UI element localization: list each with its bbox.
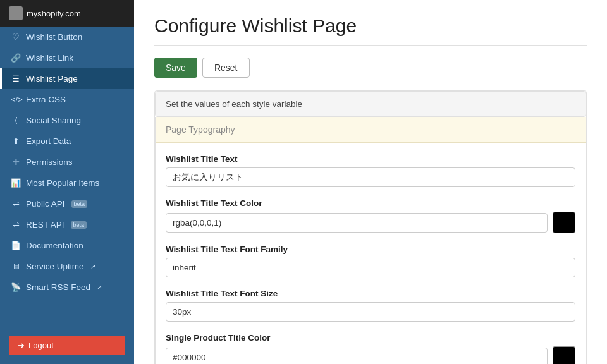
- field-label: Wishlist Title Text Font Size: [166, 289, 575, 298]
- single-product-color-input[interactable]: [166, 348, 548, 365]
- field-wishlist-title-color: Wishlist Title Text Color: [166, 198, 575, 233]
- logout-label: Logout: [28, 341, 54, 350]
- wishlist-title-text-input[interactable]: [166, 167, 575, 187]
- field-row: [166, 346, 575, 364]
- reset-button[interactable]: Reset: [202, 58, 250, 78]
- sidebar-item-rest-api[interactable]: ⇌ REST API beta: [0, 214, 134, 235]
- sidebar-label: Social Sharing: [26, 116, 81, 125]
- sidebar-item-service-uptime[interactable]: 🖥 Service Uptime ↗: [0, 256, 134, 277]
- sidebar-item-wishlist-page[interactable]: ☰ Wishlist Page: [0, 68, 134, 89]
- page-title: Configure Wishlist Page: [154, 15, 587, 46]
- field-label: Wishlist Title Text: [166, 154, 575, 164]
- sidebar-label: Wishlist Button: [26, 32, 82, 42]
- permissions-icon: ✛: [11, 157, 21, 167]
- field-label: Wishlist Title Text Color: [166, 198, 575, 208]
- config-card: Set the values of each style variable Pa…: [154, 90, 587, 364]
- wishlist-title-color-input[interactable]: [166, 213, 548, 233]
- wishlist-font-size-input[interactable]: [166, 302, 575, 322]
- sidebar-header: myshopify.com: [0, 0, 134, 27]
- store-avatar: [9, 6, 23, 20]
- section-body: Wishlist Title Text Wishlist Title Text …: [156, 143, 586, 364]
- sidebar-label: REST API: [26, 220, 64, 229]
- sidebar-item-most-popular[interactable]: 📊 Most Popular Items: [0, 173, 134, 193]
- color-swatch-product[interactable]: [553, 346, 575, 364]
- sidebar-label: Extra CSS: [26, 95, 66, 104]
- sidebar-item-documentation[interactable]: 📄 Documentation: [0, 235, 134, 256]
- sidebar-label: Most Popular Items: [26, 178, 99, 188]
- field-wishlist-font-family: Wishlist Title Text Font Family: [166, 245, 575, 277]
- sidebar-item-permissions[interactable]: ✛ Permissions: [0, 152, 134, 173]
- field-label: Single Product Title Color: [166, 333, 575, 343]
- heart-icon: ♡: [11, 32, 21, 42]
- field-label: Wishlist Title Text Font Family: [166, 245, 575, 254]
- rss-icon: 📡: [11, 282, 21, 292]
- api-icon: ⇌: [11, 199, 21, 209]
- sidebar-label: Wishlist Link: [26, 53, 73, 63]
- sidebar-label: Wishlist Page: [26, 74, 78, 83]
- color-swatch-title[interactable]: [553, 212, 575, 233]
- sidebar-item-social-sharing[interactable]: ⟨ Social Sharing: [0, 110, 134, 131]
- sidebar-item-export-data[interactable]: ⬆ Export Data: [0, 131, 134, 152]
- main-content: Configure Wishlist Page Save Reset Set t…: [134, 0, 607, 364]
- sidebar-label: Export Data: [26, 136, 71, 146]
- section-title: Page Typography: [166, 124, 235, 135]
- code-icon: </>: [11, 95, 21, 104]
- toolbar: Save Reset: [154, 58, 587, 78]
- sidebar-label: Public API: [26, 199, 65, 209]
- sidebar-item-wishlist-button[interactable]: ♡ Wishlist Button: [0, 27, 134, 47]
- sidebar-label: Permissions: [26, 157, 73, 167]
- wishlist-font-family-input[interactable]: [166, 258, 575, 277]
- field-wishlist-title-text: Wishlist Title Text: [166, 154, 575, 187]
- logout-button[interactable]: ➜ Logout: [9, 336, 125, 355]
- description-text: Set the values of each style variable: [166, 99, 302, 109]
- field-row: [166, 212, 575, 233]
- sidebar-item-wishlist-link[interactable]: 🔗 Wishlist Link: [0, 47, 134, 68]
- sidebar-item-smart-rss[interactable]: 📡 Smart RSS Feed ↗: [0, 277, 134, 298]
- external-link-icon-rss: ↗: [97, 284, 102, 291]
- chart-icon: 📊: [11, 178, 21, 188]
- typography-section: Page Typography Wishlist Title Text Wish…: [155, 117, 586, 364]
- field-row: [166, 302, 575, 322]
- sidebar-label: Service Uptime: [26, 262, 84, 271]
- field-wishlist-font-size: Wishlist Title Text Font Size: [166, 289, 575, 322]
- sidebar-label: Documentation: [26, 241, 83, 250]
- rest-icon: ⇌: [11, 220, 21, 229]
- sidebar-item-public-api[interactable]: ⇌ Public API beta: [0, 193, 134, 214]
- link-icon: 🔗: [11, 53, 21, 63]
- section-header: Page Typography: [156, 117, 586, 143]
- field-single-product-color: Single Product Title Color: [166, 333, 575, 364]
- export-icon: ⬆: [11, 136, 21, 146]
- doc-icon: 📄: [11, 241, 21, 250]
- beta-badge: beta: [71, 200, 88, 208]
- list-icon: ☰: [11, 74, 21, 83]
- external-link-icon: ↗: [90, 263, 95, 270]
- monitor-icon: 🖥: [11, 262, 21, 271]
- field-row: [166, 258, 575, 277]
- field-row: [166, 167, 575, 187]
- sidebar: myshopify.com ♡ Wishlist Button 🔗 Wishli…: [0, 0, 134, 364]
- share-icon: ⟨: [11, 116, 21, 125]
- beta-badge-rest: beta: [71, 221, 87, 229]
- logout-icon: ➜: [18, 341, 25, 350]
- sidebar-item-extra-css[interactable]: </> Extra CSS: [0, 89, 134, 110]
- description-box: Set the values of each style variable: [155, 91, 586, 117]
- save-button[interactable]: Save: [154, 58, 197, 78]
- sidebar-label: Smart RSS Feed: [26, 282, 90, 292]
- store-name: myshopify.com: [27, 9, 81, 18]
